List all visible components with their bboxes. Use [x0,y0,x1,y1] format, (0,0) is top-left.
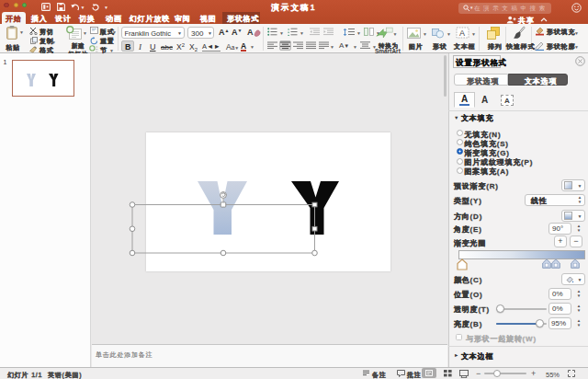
svg-text:A: A [459,29,465,38]
